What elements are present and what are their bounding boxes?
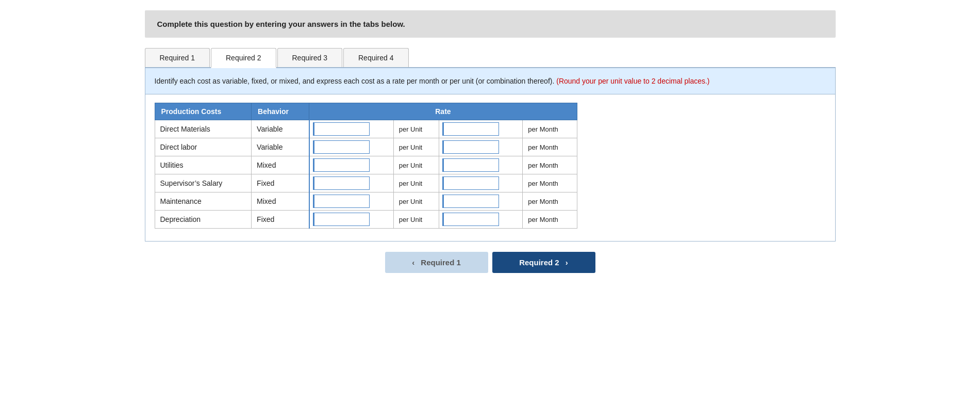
per-unit-input[interactable] xyxy=(313,140,370,154)
description-main: Identify each cost as variable, fixed, o… xyxy=(155,77,555,85)
instruction-banner: Complete this question by entering your … xyxy=(145,10,836,38)
per-month-input[interactable] xyxy=(442,158,499,172)
table-row: UtilitiesMixedper Unitper Month xyxy=(155,156,577,174)
per-month-input-cell[interactable] xyxy=(439,138,523,156)
per-month-input[interactable] xyxy=(442,195,499,208)
per-month-label: per Month xyxy=(523,138,577,156)
table-row: MaintenanceMixedper Unitper Month xyxy=(155,192,577,211)
per-month-input[interactable] xyxy=(442,122,499,136)
table-row: Direct laborVariableper Unitper Month xyxy=(155,138,577,156)
per-unit-label: per Unit xyxy=(393,138,439,156)
next-button[interactable]: Required 2 › xyxy=(492,252,595,273)
per-month-input[interactable] xyxy=(442,213,499,226)
footer-buttons: ‹ Required 1 Required 2 › xyxy=(145,242,836,278)
cost-table: Production Costs Behavior Rate Direct Ma… xyxy=(155,103,577,229)
per-unit-input[interactable] xyxy=(313,158,370,172)
per-unit-label: per Unit xyxy=(393,156,439,174)
per-unit-input[interactable] xyxy=(313,213,370,226)
cost-name-cell: Supervisor’s Salary xyxy=(155,174,252,192)
per-unit-label: per Unit xyxy=(393,174,439,192)
behavior-cell: Fixed xyxy=(252,211,309,229)
per-unit-input-cell[interactable] xyxy=(309,138,393,156)
description-box: Identify each cost as variable, fixed, o… xyxy=(145,68,835,94)
per-unit-input[interactable] xyxy=(313,122,370,136)
instruction-text: Complete this question by entering your … xyxy=(157,20,823,28)
tabs-container: Required 1 Required 2 Required 3 Require… xyxy=(145,48,836,68)
next-arrow-icon: › xyxy=(566,258,568,267)
per-month-label: per Month xyxy=(523,192,577,211)
table-row: Direct MaterialsVariableper Unitper Mont… xyxy=(155,120,577,138)
per-unit-input[interactable] xyxy=(313,195,370,208)
table-section: Production Costs Behavior Rate Direct Ma… xyxy=(145,94,835,241)
col-rate-header: Rate xyxy=(309,103,577,120)
per-month-input-cell[interactable] xyxy=(439,192,523,211)
tab-required1[interactable]: Required 1 xyxy=(145,48,210,67)
per-month-label: per Month xyxy=(523,211,577,229)
behavior-cell: Mixed xyxy=(252,156,309,174)
behavior-cell: Fixed xyxy=(252,174,309,192)
prev-button[interactable]: ‹ Required 1 xyxy=(385,252,488,273)
per-month-label: per Month xyxy=(523,120,577,138)
tab-required3[interactable]: Required 3 xyxy=(277,48,343,67)
prev-button-label: Required 1 xyxy=(421,258,461,267)
per-month-input-cell[interactable] xyxy=(439,156,523,174)
per-unit-input[interactable] xyxy=(313,176,370,190)
next-button-label: Required 2 xyxy=(519,258,559,267)
per-unit-input-cell[interactable] xyxy=(309,156,393,174)
table-row: Supervisor’s SalaryFixedper Unitper Mont… xyxy=(155,174,577,192)
per-unit-input-cell[interactable] xyxy=(309,120,393,138)
cost-name-cell: Maintenance xyxy=(155,192,252,211)
behavior-cell: Variable xyxy=(252,120,309,138)
cost-name-cell: Depreciation xyxy=(155,211,252,229)
content-area: Identify each cost as variable, fixed, o… xyxy=(145,68,836,242)
cost-name-cell: Direct labor xyxy=(155,138,252,156)
per-month-label: per Month xyxy=(523,174,577,192)
per-unit-label: per Unit xyxy=(393,192,439,211)
per-unit-label: per Unit xyxy=(393,211,439,229)
per-month-input-cell[interactable] xyxy=(439,174,523,192)
cost-name-cell: Direct Materials xyxy=(155,120,252,138)
table-row: DepreciationFixedper Unitper Month xyxy=(155,211,577,229)
behavior-cell: Variable xyxy=(252,138,309,156)
page-wrapper: Complete this question by entering your … xyxy=(135,0,846,288)
per-unit-input-cell[interactable] xyxy=(309,211,393,229)
col-behavior-header: Behavior xyxy=(252,103,309,120)
per-unit-label: per Unit xyxy=(393,120,439,138)
per-unit-input-cell[interactable] xyxy=(309,174,393,192)
per-month-input[interactable] xyxy=(442,176,499,190)
tab-required2[interactable]: Required 2 xyxy=(211,48,276,68)
per-month-input-cell[interactable] xyxy=(439,211,523,229)
col-production-costs-header: Production Costs xyxy=(155,103,252,120)
per-month-label: per Month xyxy=(523,156,577,174)
tab-required4[interactable]: Required 4 xyxy=(343,48,409,67)
per-month-input[interactable] xyxy=(442,140,499,154)
behavior-cell: Mixed xyxy=(252,192,309,211)
description-note: (Round your per unit value to 2 decimal … xyxy=(556,77,709,85)
prev-arrow-icon: ‹ xyxy=(412,258,414,267)
cost-name-cell: Utilities xyxy=(155,156,252,174)
per-unit-input-cell[interactable] xyxy=(309,192,393,211)
per-month-input-cell[interactable] xyxy=(439,120,523,138)
